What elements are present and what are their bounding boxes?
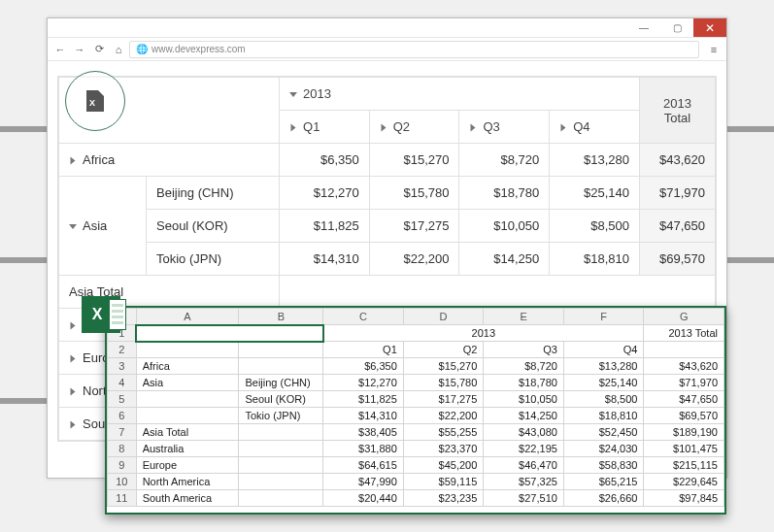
excel-cell[interactable]	[239, 441, 323, 457]
excel-cell[interactable]: $38,405	[323, 424, 404, 441]
excel-cell[interactable]: $45,200	[403, 457, 484, 474]
excel-cell[interactable]: Seoul (KOR)	[239, 391, 323, 408]
excel-cell[interactable]	[136, 408, 239, 424]
excel-cell[interactable]: Tokio (JPN)	[239, 408, 323, 424]
excel-cell[interactable]	[136, 391, 239, 408]
excel-cell[interactable]: $55,255	[403, 424, 484, 441]
excel-cell[interactable]: $27,510	[484, 490, 564, 507]
excel-cell[interactable]: Beijing (CHN)	[239, 375, 323, 391]
pivot-year-header[interactable]: 2013	[280, 78, 640, 111]
excel-cell[interactable]: $23,370	[403, 441, 484, 457]
window-minimize-button[interactable]: —	[627, 18, 660, 37]
excel-cell[interactable]: Q2	[403, 342, 484, 358]
excel-cell[interactable]: Australia	[136, 441, 239, 457]
row-number[interactable]: 5	[108, 391, 137, 408]
row-number[interactable]: 7	[108, 424, 137, 441]
excel-cell[interactable]: $17,275	[403, 391, 484, 408]
pivot-q1-header[interactable]: Q1	[280, 111, 370, 144]
excel-cell[interactable]: $52,450	[563, 424, 644, 441]
excel-cell[interactable]: $189,190	[644, 424, 724, 441]
pivot-row[interactable]: Asia Beijing (CHN) $12,270 $15,780 $18,7…	[59, 177, 716, 210]
excel-cell[interactable]: $71,970	[644, 375, 724, 391]
pivot-row[interactable]: Seoul (KOR) $11,825 $17,275 $10,050 $8,5…	[59, 210, 716, 243]
row-number[interactable]: 6	[108, 408, 137, 424]
row-number[interactable]: 4	[108, 375, 137, 391]
excel-row[interactable]: 6Tokio (JPN)$14,310$22,200$14,250$18,810…	[108, 408, 724, 424]
excel-cell[interactable]: $31,880	[323, 441, 404, 457]
excel-cell[interactable]	[239, 358, 323, 375]
excel-cell[interactable]: $18,810	[563, 408, 644, 424]
excel-cell[interactable]: $22,195	[484, 441, 564, 457]
excel-cell[interactable]	[644, 342, 724, 358]
excel-cell[interactable]: $14,250	[484, 408, 564, 424]
col-header-g[interactable]: G	[644, 309, 724, 325]
excel-cell[interactable]: $15,780	[403, 375, 484, 391]
excel-cell[interactable]: $10,050	[484, 391, 564, 408]
window-close-button[interactable]: ✕	[693, 18, 726, 37]
expand-icon[interactable]	[71, 322, 76, 330]
expand-icon[interactable]	[71, 388, 76, 396]
excel-cell[interactable]: Q1	[323, 342, 404, 358]
excel-cell[interactable]: $13,280	[563, 358, 644, 375]
nav-back-button[interactable]: ←	[51, 44, 69, 55]
excel-cell[interactable]: $97,845	[644, 490, 724, 507]
col-header-c[interactable]: C	[323, 309, 404, 325]
nav-reload-button[interactable]: ⟳	[90, 43, 108, 55]
excel-row[interactable]: 4AsiaBeijing (CHN)$12,270$15,780$18,780$…	[108, 375, 724, 391]
nav-home-button[interactable]: ⌂	[110, 44, 127, 55]
row-number[interactable]: 9	[108, 457, 137, 474]
collapse-icon[interactable]	[69, 224, 77, 229]
excel-cell[interactable]: $43,620	[644, 358, 724, 375]
excel-cell[interactable]: $22,200	[403, 408, 484, 424]
window-maximize-button[interactable]: ▢	[660, 18, 693, 37]
col-header-e[interactable]: E	[484, 309, 564, 325]
row-number[interactable]: 8	[108, 441, 137, 457]
excel-row[interactable]: 11South America$20,440$23,235$27,510$26,…	[108, 490, 724, 507]
col-header-b[interactable]: B	[239, 309, 323, 325]
excel-cell[interactable]: $101,475	[644, 441, 724, 457]
excel-cell[interactable]: $65,215	[563, 474, 644, 490]
excel-grid[interactable]: A B C D E F G 1 2013 2013 Total 2 Q1 Q2	[107, 308, 724, 507]
expand-icon[interactable]	[71, 355, 76, 363]
excel-cell[interactable]: $57,325	[484, 474, 564, 490]
export-excel-button[interactable]: X	[86, 90, 104, 112]
excel-cell[interactable]	[239, 342, 323, 358]
excel-cell[interactable]	[239, 457, 323, 474]
excel-cell[interactable]: $24,030	[563, 441, 644, 457]
excel-cell[interactable]: $43,080	[484, 424, 564, 441]
excel-cell[interactable]: $8,720	[484, 358, 564, 375]
excel-cell[interactable]: 2013	[323, 325, 644, 342]
excel-cell[interactable]: $11,825	[323, 391, 404, 408]
excel-cell-selected[interactable]	[136, 325, 323, 342]
excel-row[interactable]: 8Australia$31,880$23,370$22,195$24,030$1…	[108, 441, 724, 457]
nav-forward-button[interactable]: →	[71, 44, 88, 55]
excel-row[interactable]: 10North America$47,990$59,115$57,325$65,…	[108, 474, 724, 490]
excel-cell[interactable]: $59,115	[403, 474, 484, 490]
excel-cell[interactable]: 2013 Total	[644, 325, 724, 342]
excel-cell[interactable]	[239, 490, 323, 507]
excel-cell[interactable]: Q3	[484, 342, 564, 358]
excel-cell[interactable]	[136, 342, 239, 358]
row-number[interactable]: 2	[108, 342, 137, 358]
excel-cell[interactable]: $69,570	[644, 408, 724, 424]
excel-row[interactable]: 7Asia Total$38,405$55,255$43,080$52,450$…	[108, 424, 724, 441]
excel-cell[interactable]: $15,270	[403, 358, 484, 375]
col-header-a[interactable]: A	[136, 309, 239, 325]
pivot-row[interactable]: Asia Total	[59, 276, 716, 309]
excel-cell[interactable]: Q4	[563, 342, 644, 358]
expand-icon[interactable]	[71, 421, 76, 429]
col-header-f[interactable]: F	[563, 309, 644, 325]
excel-cell[interactable]: $47,650	[644, 391, 724, 408]
pivot-q4-header[interactable]: Q4	[550, 111, 640, 144]
pivot-q3-header[interactable]: Q3	[459, 111, 550, 144]
excel-row[interactable]: 9Europe$64,615$45,200$46,470$58,830$215,…	[108, 457, 724, 474]
excel-cell[interactable]	[239, 474, 323, 490]
excel-cell[interactable]: $64,615	[323, 457, 404, 474]
excel-row[interactable]: 5Seoul (KOR)$11,825$17,275$10,050$8,500$…	[108, 391, 724, 408]
excel-cell[interactable]: $26,660	[563, 490, 644, 507]
excel-cell[interactable]: Asia	[136, 375, 239, 391]
excel-row[interactable]: 3Africa$6,350$15,270$8,720$13,280$43,620	[108, 358, 724, 375]
excel-cell[interactable]: Asia Total	[136, 424, 239, 441]
excel-cell[interactable]: $23,235	[403, 490, 484, 507]
excel-cell[interactable]: $20,440	[323, 490, 404, 507]
